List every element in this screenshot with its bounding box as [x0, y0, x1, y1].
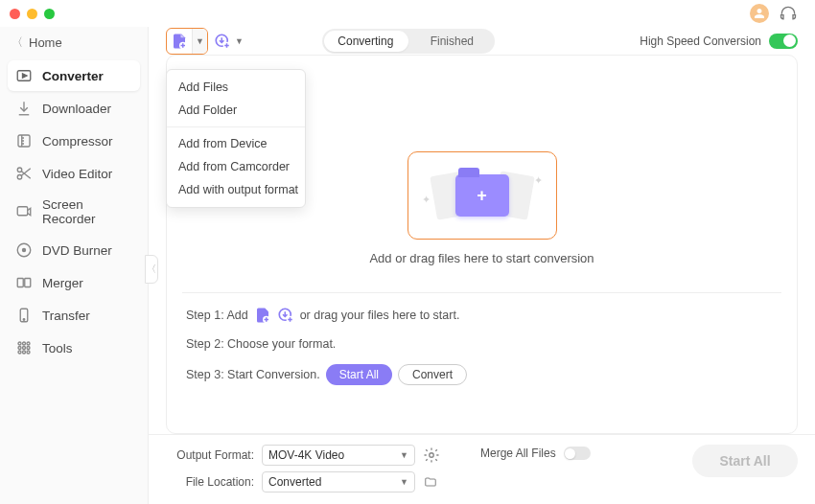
- svg-point-19: [23, 351, 26, 354]
- main-panel: ▼ ▼ Converting Finished High Speed Conve…: [149, 27, 815, 504]
- menu-item-add-from-device[interactable]: Add from Device: [167, 132, 305, 155]
- drop-zone[interactable]: ✦ ✦ + Add or drag files here to start co…: [369, 151, 594, 265]
- sidebar-item-dvd-burner[interactable]: DVD Burner: [8, 235, 140, 265]
- merge-all-row: Merge All Files: [480, 447, 591, 460]
- open-folder-icon[interactable]: [423, 475, 438, 489]
- sidebar-item-label: Merger: [42, 276, 83, 290]
- file-location-label: File Location:: [166, 475, 254, 489]
- svg-point-27: [430, 453, 434, 458]
- add-file-dropdown-menu: Add Files Add Folder Add from Device Add…: [166, 69, 306, 208]
- add-file-button[interactable]: [167, 29, 192, 54]
- settings-format-icon[interactable]: [423, 447, 440, 464]
- menu-item-add-files[interactable]: Add Files: [167, 76, 305, 99]
- step-1-pre: Step 1: Add: [186, 309, 248, 322]
- transfer-icon: [15, 307, 33, 324]
- svg-rect-8: [17, 279, 23, 287]
- svg-point-18: [18, 351, 21, 354]
- tab-finished[interactable]: Finished: [408, 34, 495, 48]
- svg-point-3: [17, 168, 22, 172]
- start-all-pill[interactable]: Start All: [326, 364, 392, 385]
- add-file-dropdown-toggle[interactable]: ▼: [192, 29, 207, 54]
- folder-plus-icon: +: [455, 174, 509, 217]
- sidebar-item-compressor[interactable]: Compressor: [8, 126, 140, 156]
- menu-item-add-with-output-format[interactable]: Add with output format: [167, 178, 305, 201]
- svg-rect-9: [25, 279, 31, 287]
- minimize-window-button[interactable]: [27, 9, 37, 19]
- sidebar-nav: Converter Downloader Compressor Video Ed…: [0, 58, 148, 367]
- chevron-down-icon: ▼: [235, 36, 244, 46]
- sidebar-item-transfer[interactable]: Transfer: [8, 300, 140, 331]
- file-location-value: Converted: [268, 475, 321, 489]
- step-3-row: Step 3: Start Conversion. Start All Conv…: [186, 364, 778, 385]
- file-plus-icon: [171, 33, 188, 50]
- svg-point-4: [17, 175, 22, 180]
- add-file-split-button[interactable]: ▼: [166, 28, 208, 55]
- drop-hint-text: Add or drag files here to start conversi…: [369, 251, 594, 265]
- svg-rect-5: [17, 207, 28, 216]
- sidebar-item-converter[interactable]: Converter: [8, 60, 140, 91]
- sparkle-icon: ✦: [422, 194, 431, 206]
- convert-pill[interactable]: Convert: [398, 364, 467, 385]
- file-plus-icon[interactable]: [254, 307, 271, 324]
- merge-all-toggle[interactable]: [564, 447, 591, 460]
- toolbar: ▼ ▼ Converting Finished High Speed Conve…: [149, 27, 815, 55]
- sidebar-item-video-editor[interactable]: Video Editor: [8, 158, 140, 189]
- svg-point-11: [23, 319, 25, 321]
- sidebar-item-label: Converter: [42, 69, 104, 83]
- sidebar-item-label: Compressor: [42, 134, 113, 149]
- chevron-down-icon: ▼: [400, 477, 408, 487]
- home-label: Home: [29, 35, 62, 50]
- svg-point-13: [23, 342, 26, 345]
- bottom-bar: Output Format: MOV-4K Video ▼ File Locat…: [149, 434, 815, 504]
- high-speed-toggle[interactable]: [769, 34, 798, 49]
- close-window-button[interactable]: [10, 9, 20, 19]
- converter-icon: [15, 67, 33, 84]
- home-back-button[interactable]: 〈 Home: [0, 27, 148, 58]
- svg-point-20: [27, 351, 30, 354]
- status-tabs: Converting Finished: [322, 29, 495, 54]
- start-all-button[interactable]: Start All: [692, 445, 798, 477]
- chevron-down-icon: ▼: [400, 450, 408, 460]
- merge-all-label: Merge All Files: [480, 447, 556, 460]
- svg-point-14: [27, 342, 30, 345]
- add-download-split-button[interactable]: ▼: [214, 33, 244, 50]
- sidebar-item-label: DVD Burner: [42, 243, 112, 258]
- menu-item-add-folder[interactable]: Add Folder: [167, 99, 305, 122]
- svg-marker-1: [23, 74, 28, 79]
- compressor-icon: [15, 132, 33, 149]
- step-1-post: or drag your files here to start.: [300, 309, 460, 322]
- account-avatar[interactable]: [750, 4, 769, 23]
- step-2-text: Step 2: Choose your format.: [186, 337, 336, 351]
- sidebar: 〈 Home Converter Downloader Compressor V…: [0, 27, 149, 504]
- menu-item-add-from-camcorder[interactable]: Add from Camcorder: [167, 155, 305, 178]
- sidebar-item-label: Tools: [42, 341, 73, 355]
- merge-icon: [15, 274, 33, 291]
- zoom-window-button[interactable]: [44, 9, 55, 19]
- file-location-select[interactable]: Converted ▼: [262, 471, 415, 493]
- sparkle-icon: ✦: [534, 174, 543, 187]
- sidebar-item-downloader[interactable]: Downloader: [8, 93, 140, 124]
- svg-point-7: [23, 249, 26, 252]
- steps-panel: Step 1: Add or drag your files here to s…: [182, 292, 781, 399]
- screen-record-icon: [15, 203, 33, 220]
- tab-converting[interactable]: Converting: [322, 34, 408, 48]
- drop-zone-frame: ✦ ✦ +: [408, 151, 557, 240]
- sidebar-item-tools[interactable]: Tools: [8, 332, 140, 363]
- sidebar-item-label: Transfer: [42, 309, 90, 323]
- output-format-select[interactable]: MOV-4K Video ▼: [262, 445, 415, 466]
- support-icon[interactable]: [779, 4, 798, 23]
- svg-point-16: [23, 347, 26, 350]
- sidebar-item-screen-recorder[interactable]: Screen Recorder: [8, 191, 140, 233]
- download-icon: [15, 100, 33, 117]
- svg-point-17: [27, 347, 30, 350]
- step-2-row: Step 2: Choose your format.: [186, 337, 778, 351]
- title-bar: [0, 0, 815, 27]
- high-speed-toggle-row: High Speed Conversion: [640, 34, 798, 49]
- scissors-icon: [15, 165, 33, 182]
- sidebar-item-merger[interactable]: Merger: [8, 267, 140, 298]
- download-plus-icon[interactable]: [277, 307, 294, 324]
- svg-point-12: [18, 342, 21, 345]
- high-speed-label: High Speed Conversion: [640, 34, 761, 48]
- sidebar-item-label: Video Editor: [42, 167, 112, 181]
- step-1-row: Step 1: Add or drag your files here to s…: [186, 307, 778, 324]
